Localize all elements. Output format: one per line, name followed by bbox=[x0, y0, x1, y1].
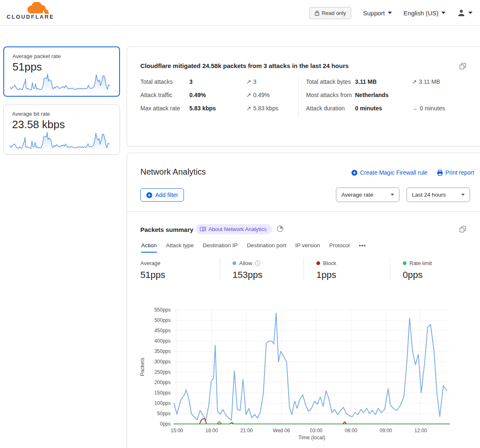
tab-protocol[interactable]: Protocol bbox=[329, 242, 350, 253]
cloudflare-logo[interactable]: CLOUDFLARE bbox=[7, 2, 57, 20]
svg-text:550pps: 550pps bbox=[154, 307, 171, 313]
add-filter-label: Add filter bbox=[155, 192, 178, 198]
metric-select-value: Average rate bbox=[341, 192, 373, 198]
read-only-badge: Read only bbox=[309, 7, 352, 19]
svg-text:Packets: Packets bbox=[140, 358, 145, 376]
svg-text:50pps: 50pps bbox=[157, 411, 171, 416]
bit-rate-sparkline bbox=[10, 130, 113, 151]
svg-text:300pps: 300pps bbox=[154, 359, 171, 365]
chevron-down-icon bbox=[461, 194, 465, 196]
stat-label: Total attack bytes bbox=[306, 78, 355, 86]
svg-text:12:00: 12:00 bbox=[414, 428, 427, 433]
tab-action[interactable]: Action bbox=[141, 242, 157, 253]
plus-circle-icon bbox=[351, 170, 358, 176]
account-menu[interactable] bbox=[457, 9, 473, 17]
attack-summary-card: Cloudflare mitigated 24.58k packets from… bbox=[127, 46, 480, 146]
time-range-select[interactable]: Last 24 hours bbox=[407, 187, 470, 202]
svg-text:Time (local): Time (local) bbox=[299, 435, 326, 441]
print-report-link[interactable]: Print report bbox=[437, 169, 474, 176]
support-menu[interactable]: Support bbox=[363, 10, 392, 17]
language-menu[interactable]: English (US) bbox=[404, 10, 446, 17]
stat-change: 5.83 kbps bbox=[253, 104, 279, 113]
legend-allow: Allow 153pps bbox=[220, 258, 304, 280]
svg-text:0pps: 0pps bbox=[160, 421, 171, 427]
metric-card-bit-rate[interactable]: Average bit rate 23.58 kbps bbox=[3, 105, 120, 155]
svg-text:21:00: 21:00 bbox=[240, 428, 253, 433]
tab-ip-version[interactable]: IP version bbox=[295, 242, 320, 253]
stat-label: Most attacks from bbox=[306, 91, 355, 100]
svg-text:450pps: 450pps bbox=[154, 328, 171, 334]
trend-up-icon: ↗ bbox=[246, 78, 251, 86]
legend-label: Rate limit bbox=[409, 260, 432, 266]
tab-destination-ip[interactable]: Destination IP bbox=[203, 242, 238, 253]
more-tabs-button[interactable]: ••• bbox=[359, 242, 366, 253]
svg-text:500pps: 500pps bbox=[154, 317, 171, 323]
legend-block: Block 1pps bbox=[304, 258, 390, 280]
language-label: English (US) bbox=[404, 10, 438, 17]
stat-change: 0.49% bbox=[253, 91, 270, 100]
printer-icon bbox=[437, 170, 443, 176]
svg-text:100pps: 100pps bbox=[154, 400, 171, 406]
packets-legend-stats: Average 51pps Allow 153pps Block 1pps bbox=[140, 258, 473, 280]
tab-attack-type[interactable]: Attack type bbox=[166, 242, 194, 253]
copy-icon[interactable] bbox=[459, 63, 466, 70]
legend-value: 1pps bbox=[316, 270, 390, 280]
metric-card-packet-rate[interactable]: Average packet rate 51pps bbox=[3, 46, 120, 97]
tab-destination-port[interactable]: Destination port bbox=[247, 242, 286, 253]
about-network-analytics-badge[interactable]: About Network Analytics bbox=[196, 224, 272, 234]
stat-change: 0 minutes bbox=[420, 104, 445, 113]
stat-value: 3.11 MB bbox=[355, 78, 412, 86]
stat-label: Attack traffic bbox=[140, 91, 189, 100]
stat-change: 3.11 MB bbox=[419, 78, 440, 86]
legend-label: Allow bbox=[239, 260, 252, 266]
time-range-value: Last 24 hours bbox=[412, 192, 446, 198]
metric-label: Average bit rate bbox=[12, 111, 111, 117]
svg-text:06:00: 06:00 bbox=[345, 428, 357, 433]
svg-text:18:00: 18:00 bbox=[206, 428, 218, 433]
svg-text:Wed 06: Wed 06 bbox=[273, 428, 290, 433]
arrow-right-icon: → bbox=[412, 104, 418, 113]
info-icon[interactable] bbox=[255, 261, 260, 266]
summary-stat-row: Max attack rate 5.83 kbps ↗5.83 kbps bbox=[140, 104, 298, 117]
summary-stats-left: Total attacks 3 ↗3 Attack traffic 0.49% … bbox=[140, 78, 298, 117]
svg-text:03:00: 03:00 bbox=[310, 428, 322, 433]
section-divider bbox=[127, 211, 480, 212]
dimension-tabs: Action Attack type Destination IP Destin… bbox=[141, 242, 366, 253]
packets-summary-title: Packets summary bbox=[140, 226, 193, 233]
stat-label: Max attack rate bbox=[140, 104, 189, 113]
stat-value: 3 bbox=[189, 78, 246, 86]
add-filter-button[interactable]: Add filter bbox=[140, 188, 184, 202]
read-only-label: Read only bbox=[322, 10, 346, 16]
legend-value: 51pps bbox=[140, 270, 220, 280]
trend-up-icon: ↗ bbox=[412, 78, 417, 86]
history-clock-icon[interactable] bbox=[277, 225, 284, 232]
stat-label: Attack duration bbox=[306, 104, 355, 113]
badge-label: About Network Analytics bbox=[208, 226, 267, 232]
stat-value: Netherlands bbox=[355, 91, 412, 100]
book-icon bbox=[200, 226, 206, 232]
legend-rate-limit: Rate limit 0pps bbox=[390, 258, 473, 280]
svg-text:15:00: 15:00 bbox=[171, 428, 183, 433]
svg-text:250pps: 250pps bbox=[154, 369, 171, 375]
rate-limit-dot-icon bbox=[403, 261, 407, 265]
block-dot-icon bbox=[316, 261, 320, 265]
legend-label: Block bbox=[323, 260, 336, 266]
summary-stat-row: Attack duration 0 minutes →0 minutes bbox=[306, 104, 464, 117]
metric-select[interactable]: Average rate bbox=[336, 187, 399, 202]
top-header: CLOUDFLARE Read only Support English (US… bbox=[0, 0, 480, 26]
trend-up-icon: ↗ bbox=[246, 104, 251, 113]
metric-label: Average packet rate bbox=[12, 53, 111, 59]
summary-stat-row: Attack traffic 0.49% ↗0.49% bbox=[140, 91, 298, 104]
summary-stat-row: Total attacks 3 ↗3 bbox=[140, 78, 298, 91]
create-magic-firewall-rule-link[interactable]: Create Magic Firewall rule bbox=[351, 169, 428, 176]
print-report-label: Print report bbox=[446, 169, 474, 176]
summary-stats-right: Total attack bytes 3.11 MB ↗3.11 MB Most… bbox=[298, 78, 464, 117]
packets-time-series-chart: 0pps50pps100pps150pps200pps250pps300pps3… bbox=[137, 305, 457, 442]
summary-stat-row: Total attack bytes 3.11 MB ↗3.11 MB bbox=[306, 78, 464, 91]
support-label: Support bbox=[363, 10, 385, 17]
stat-value: 0.49% bbox=[189, 91, 246, 100]
svg-text:09:00: 09:00 bbox=[380, 428, 392, 433]
copy-icon[interactable] bbox=[459, 226, 466, 233]
lock-icon bbox=[315, 10, 319, 16]
trend-up-icon: ↗ bbox=[246, 91, 251, 100]
